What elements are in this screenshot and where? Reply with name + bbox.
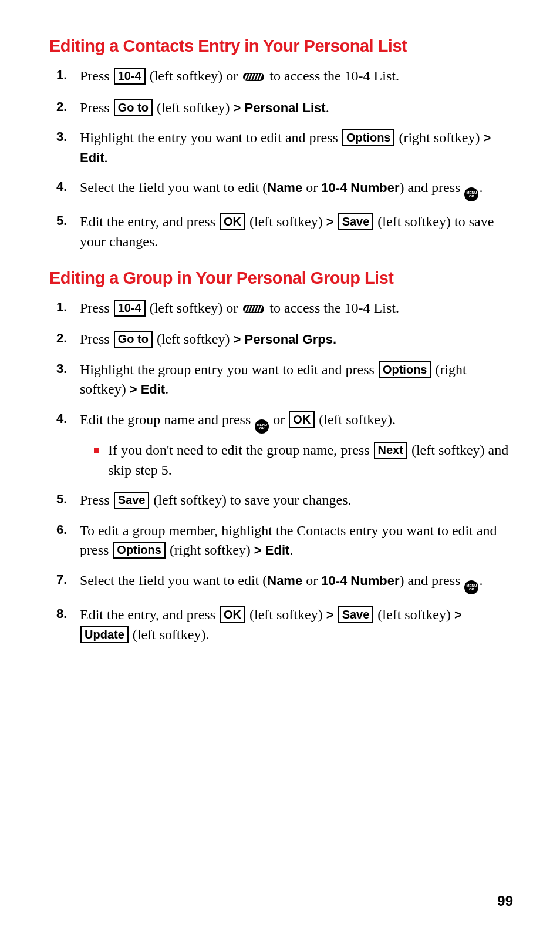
menu-ok-icon: MENUOK: [255, 419, 269, 434]
step-number: 3.: [56, 128, 67, 146]
step-b7: 7. Select the field you want to edit (Na…: [56, 571, 511, 594]
arrow: >: [454, 607, 462, 622]
step-b6: 6. To edit a group member, highlight the…: [56, 521, 511, 560]
bold-edit: Edit: [265, 543, 290, 557]
step-a5: 5. Edit the entry, and press OK (left so…: [56, 212, 511, 251]
step-number: 2.: [56, 98, 67, 116]
text: Highlight the entry you want to edit and…: [80, 130, 342, 145]
text: Highlight the group entry you want to ed…: [80, 362, 378, 377]
text: (left softkey) to save your changes.: [150, 492, 351, 508]
bold-personal-list: Personal List: [244, 100, 325, 115]
steps-section-a: 1. Press 10-4 (left softkey) or to acces…: [49, 66, 511, 252]
bold-edit: Edit: [141, 382, 166, 397]
heading-edit-contacts: Editing a Contacts Entry in Your Persona…: [49, 36, 511, 56]
step-number: 4.: [56, 410, 67, 428]
text: (left softkey): [374, 607, 454, 622]
keycap-update: Update: [80, 626, 129, 643]
text: to access the 10-4 List.: [266, 68, 399, 83]
text: Select the field you want to edit (: [80, 573, 267, 588]
bold-name: Name: [267, 573, 302, 588]
text: Select the field you want to edit (: [80, 180, 267, 195]
text: or: [302, 180, 321, 195]
ptt-icon: [242, 68, 265, 88]
step-a2: 2. Press Go to (left softkey) > Personal…: [56, 98, 511, 118]
ptt-icon: [242, 300, 265, 320]
arrow: >: [234, 332, 245, 347]
text: (left softkey): [246, 607, 326, 622]
text: ) and press: [399, 573, 464, 588]
sub-bullet: If you don't need to edit the group name…: [94, 441, 511, 480]
keycap-save: Save: [338, 606, 374, 623]
bold-name: Name: [267, 180, 302, 195]
step-number: 5.: [56, 212, 67, 230]
keycap-options: Options: [342, 129, 395, 146]
step-b5: 5. Press Save (left softkey) to save you…: [56, 490, 511, 510]
arrow: >: [234, 100, 245, 115]
text: (left softkey).: [315, 412, 396, 427]
step-a1: 1. Press 10-4 (left softkey) or to acces…: [56, 66, 511, 88]
keycap-10-4: 10-4: [114, 300, 146, 317]
step-number: 4.: [56, 178, 67, 196]
bold-104-number: 10-4 Number: [321, 573, 399, 588]
text: .: [104, 150, 108, 165]
step-number: 6.: [56, 521, 67, 539]
text: Edit the entry, and press: [80, 607, 219, 622]
text: Press: [80, 100, 113, 115]
step-b2: 2. Press Go to (left softkey) > Personal…: [56, 330, 511, 350]
text: (left softkey): [153, 331, 234, 347]
step-number: 1.: [56, 298, 67, 317]
text: .: [479, 180, 483, 195]
menu-ok-icon: MENUOK: [464, 187, 478, 201]
arrow: >: [483, 130, 491, 145]
step-number: 2.: [56, 330, 67, 348]
arrow: >: [130, 382, 141, 397]
text: Press: [80, 331, 113, 347]
step-number: 3.: [56, 360, 67, 378]
text: or: [269, 412, 288, 427]
heading-edit-group: Editing a Group in Your Personal Group L…: [49, 268, 511, 288]
text: Press: [80, 300, 113, 315]
text: (left softkey) or: [146, 68, 242, 83]
keycap-options: Options: [113, 542, 166, 559]
bold-personal-grps: Personal Grps.: [244, 332, 336, 347]
keycap-save: Save: [114, 492, 150, 509]
text: .: [165, 381, 168, 397]
step-number: 8.: [56, 605, 67, 623]
step-b1: 1. Press 10-4 (left softkey) or to acces…: [56, 298, 511, 320]
keycap-save: Save: [338, 213, 374, 230]
keycap-ok: OK: [289, 411, 315, 428]
menu-ok-icon: MENUOK: [464, 580, 478, 594]
keycap-ok: OK: [220, 213, 245, 230]
arrow: >: [254, 543, 265, 557]
step-b4: 4. Edit the group name and press MENUOK …: [56, 410, 511, 480]
bold-104-number: 10-4 Number: [321, 180, 399, 195]
sub-bullet-list: If you don't need to edit the group name…: [80, 441, 511, 480]
text: (left softkey) or: [146, 300, 242, 315]
text: .: [289, 542, 293, 557]
steps-section-b: 1. Press 10-4 (left softkey) or to acces…: [49, 298, 511, 645]
keycap-ok: OK: [220, 606, 245, 623]
page-content: Editing a Contacts Entry in Your Persona…: [0, 0, 560, 678]
arrow: >: [326, 607, 338, 622]
step-a4: 4. Select the field you want to edit (Na…: [56, 178, 511, 201]
text: (left softkey): [153, 100, 234, 115]
keycap-next: Next: [374, 442, 407, 459]
text: or: [302, 573, 321, 588]
text: (left softkey).: [129, 627, 210, 642]
step-number: 5.: [56, 490, 67, 509]
text: ) and press: [399, 180, 464, 195]
keycap-options: Options: [379, 361, 431, 378]
text: Press: [80, 68, 113, 83]
bold-edit: Edit: [80, 150, 104, 165]
keycap-goto: Go to: [114, 99, 153, 116]
step-b8: 8. Edit the entry, and press OK (left so…: [56, 605, 511, 644]
text: .: [326, 100, 329, 115]
step-a3: 3. Highlight the entry you want to edit …: [56, 128, 511, 167]
page-number: 99: [497, 893, 513, 909]
step-number: 7.: [56, 571, 67, 589]
text: Edit the entry, and press: [80, 214, 219, 229]
step-number: 1.: [56, 66, 67, 85]
text: Press: [80, 492, 113, 508]
arrow: >: [326, 214, 338, 229]
text: If you don't need to edit the group name…: [108, 442, 373, 458]
